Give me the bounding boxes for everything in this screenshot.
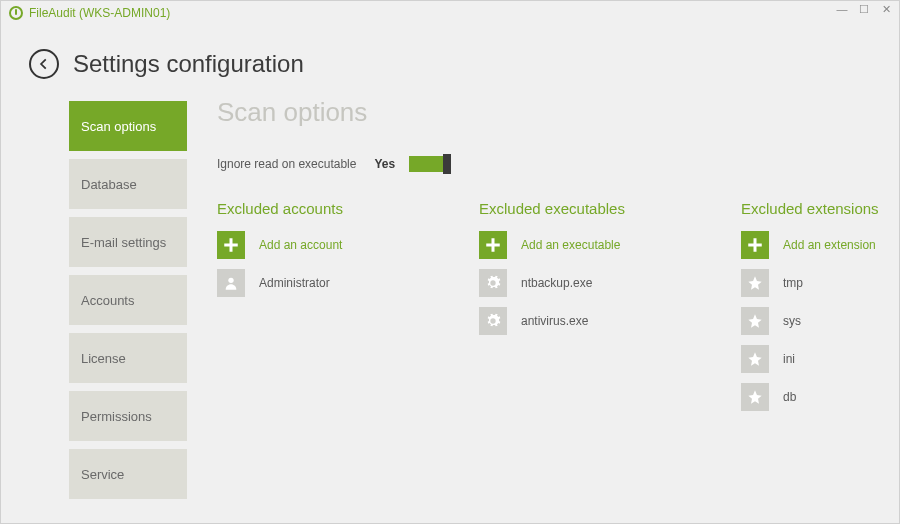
titlebar: FileAudit (WKS-ADMIN01) — ☐ ✕ xyxy=(1,1,899,25)
sidebar-item-label: Service xyxy=(81,467,124,482)
sidebar-item-label: E-mail settings xyxy=(81,235,166,250)
list-item[interactable]: ini xyxy=(741,345,900,373)
sidebar: Scan options Database E-mail settings Ac… xyxy=(69,101,187,507)
sidebar-item-accounts[interactable]: Accounts xyxy=(69,275,187,325)
add-account-button[interactable]: Add an account xyxy=(217,231,427,259)
star-icon xyxy=(741,345,769,373)
app-logo-icon xyxy=(9,6,23,20)
page-title: Settings configuration xyxy=(73,50,304,78)
back-arrow-icon xyxy=(37,57,51,71)
sidebar-item-email-settings[interactable]: E-mail settings xyxy=(69,217,187,267)
sidebar-item-label: License xyxy=(81,351,126,366)
column-title: Excluded executables xyxy=(479,200,689,217)
add-label: Add an executable xyxy=(521,238,620,252)
svg-rect-6 xyxy=(748,244,762,247)
item-label: tmp xyxy=(783,276,803,290)
column-title: Excluded extensions xyxy=(741,200,900,217)
window-controls: — ☐ ✕ xyxy=(835,3,893,16)
add-executable-button[interactable]: Add an executable xyxy=(479,231,689,259)
list-item[interactable]: antivirus.exe xyxy=(479,307,689,335)
plus-icon xyxy=(741,231,769,259)
item-label: db xyxy=(783,390,796,404)
content: Scan options Database E-mail settings Ac… xyxy=(1,101,899,507)
list-item[interactable]: tmp xyxy=(741,269,900,297)
excluded-accounts-column: Excluded accounts Add an account Adminis… xyxy=(217,200,427,421)
item-label: Administrator xyxy=(259,276,330,290)
item-label: sys xyxy=(783,314,801,328)
column-title: Excluded accounts xyxy=(217,200,427,217)
sidebar-item-label: Permissions xyxy=(81,409,152,424)
maximize-button[interactable]: ☐ xyxy=(857,3,871,16)
plus-icon xyxy=(217,231,245,259)
svg-point-2 xyxy=(228,278,233,283)
list-item[interactable]: sys xyxy=(741,307,900,335)
plus-icon xyxy=(479,231,507,259)
excluded-executables-column: Excluded executables Add an executable n… xyxy=(479,200,689,421)
toggle-value: Yes xyxy=(374,157,395,171)
gear-icon xyxy=(479,269,507,297)
back-button[interactable] xyxy=(29,49,59,79)
section-heading: Scan options xyxy=(217,97,900,128)
list-item[interactable]: db xyxy=(741,383,900,411)
window-title: FileAudit (WKS-ADMIN01) xyxy=(29,6,170,20)
excluded-extensions-column: Excluded extensions Add an extension tmp xyxy=(741,200,900,421)
item-label: ntbackup.exe xyxy=(521,276,592,290)
columns: Excluded accounts Add an account Adminis… xyxy=(217,200,900,421)
sidebar-item-label: Accounts xyxy=(81,293,134,308)
svg-rect-4 xyxy=(486,244,500,247)
star-icon xyxy=(741,269,769,297)
minimize-button[interactable]: — xyxy=(835,3,849,16)
sidebar-item-service[interactable]: Service xyxy=(69,449,187,499)
add-label: Add an account xyxy=(259,238,342,252)
sidebar-item-license[interactable]: License xyxy=(69,333,187,383)
toggle-label: Ignore read on executable xyxy=(217,157,356,171)
user-icon xyxy=(217,269,245,297)
header: Settings configuration xyxy=(1,25,899,101)
svg-rect-1 xyxy=(224,244,238,247)
item-label: ini xyxy=(783,352,795,366)
main: Scan options Ignore read on executable Y… xyxy=(187,101,900,507)
toggle-ignore-read: Ignore read on executable Yes xyxy=(217,156,900,172)
list-item[interactable]: ntbackup.exe xyxy=(479,269,689,297)
add-label: Add an extension xyxy=(783,238,876,252)
item-label: antivirus.exe xyxy=(521,314,588,328)
gear-icon xyxy=(479,307,507,335)
sidebar-item-database[interactable]: Database xyxy=(69,159,187,209)
sidebar-item-label: Database xyxy=(81,177,137,192)
sidebar-item-scan-options[interactable]: Scan options xyxy=(69,101,187,151)
sidebar-item-label: Scan options xyxy=(81,119,156,134)
star-icon xyxy=(741,307,769,335)
star-icon xyxy=(741,383,769,411)
add-extension-button[interactable]: Add an extension xyxy=(741,231,900,259)
close-button[interactable]: ✕ xyxy=(879,3,893,16)
list-item[interactable]: Administrator xyxy=(217,269,427,297)
sidebar-item-permissions[interactable]: Permissions xyxy=(69,391,187,441)
toggle-switch[interactable] xyxy=(409,156,451,172)
